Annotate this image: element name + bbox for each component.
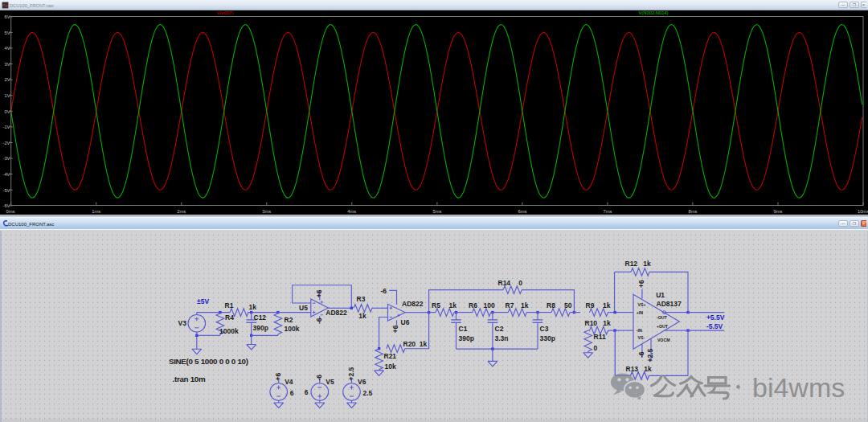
svg-text:1k: 1k [603, 301, 611, 309]
svg-text:R9: R9 [586, 301, 595, 309]
svg-text:-6: -6 [381, 287, 387, 295]
svg-text:7ms: 7ms [603, 209, 612, 214]
svg-text:R10 1k: R10 1k [585, 319, 611, 327]
svg-text:R2: R2 [285, 316, 293, 324]
svg-text:100: 100 [484, 301, 495, 309]
svg-text:4ms: 4ms [347, 209, 356, 214]
svg-text:.tran 10m: .tran 10m [173, 375, 206, 383]
svg-text:R6: R6 [469, 301, 477, 309]
svg-text:2.5: 2.5 [363, 389, 373, 397]
svg-text:390p: 390p [459, 334, 474, 342]
svg-text:R21: R21 [384, 352, 397, 360]
svg-text:R4: R4 [225, 313, 234, 322]
svg-text:+6: +6 [315, 289, 323, 297]
svg-text:6: 6 [290, 389, 294, 397]
svg-text:-1V: -1V [2, 125, 10, 129]
svg-text:V4: V4 [285, 378, 293, 386]
svg-text:+2.5: +2.5 [646, 348, 654, 362]
svg-text:+6: +6 [637, 280, 645, 288]
svg-text:9ms: 9ms [774, 209, 783, 214]
svg-text:bi4wms: bi4wms [752, 372, 845, 403]
svg-text:+2.5: +2.5 [347, 367, 355, 380]
svg-text:2ms: 2ms [177, 209, 186, 214]
svg-text:C2: C2 [495, 325, 504, 333]
svg-text:V5: V5 [326, 378, 334, 386]
svg-text:1k: 1k [358, 312, 366, 320]
svg-text:330p: 330p [540, 334, 555, 342]
svg-text:R14: R14 [498, 279, 511, 287]
svg-text:-6: -6 [315, 375, 323, 381]
svg-text:6V: 6V [4, 14, 10, 19]
svg-text:-5V: -5V [2, 188, 10, 193]
svg-text:0ms: 0ms [6, 209, 15, 214]
svg-text:R20 1k: R20 1k [403, 340, 428, 348]
svg-text:2V: 2V [4, 77, 10, 82]
svg-text:6ms: 6ms [518, 209, 526, 214]
svg-text:±5V: ±5V [197, 297, 209, 305]
svg-text:3ms: 3ms [262, 209, 271, 214]
svg-text:VS+: VS+ [638, 302, 646, 307]
svg-text:-4V: -4V [2, 172, 10, 177]
svg-text:C12: C12 [254, 313, 267, 322]
svg-text:1k: 1k [249, 303, 257, 311]
svg-text:1V: 1V [4, 93, 10, 98]
svg-text:-6V: -6V [2, 203, 10, 208]
svg-text:U1: U1 [656, 291, 665, 299]
svg-text:V(n007): V(n007) [217, 10, 234, 15]
svg-text:3V: 3V [4, 62, 10, 67]
svg-text:100k: 100k [285, 325, 300, 333]
svg-text:-IN: -IN [637, 328, 642, 333]
svg-text:-5.5V: -5.5V [706, 322, 723, 330]
svg-text:10k: 10k [385, 363, 396, 371]
svg-text:8ms: 8ms [688, 209, 697, 214]
svg-text:5ms: 5ms [432, 209, 441, 214]
svg-text:V3: V3 [178, 319, 187, 327]
svg-text:0: 0 [594, 344, 598, 352]
svg-text:-2V: -2V [2, 141, 10, 145]
svg-text:R11: R11 [594, 333, 606, 341]
svg-text:1000k: 1000k [219, 327, 239, 335]
svg-text:4V: 4V [4, 46, 10, 51]
svg-text:+6: +6 [274, 373, 282, 381]
svg-text:50: 50 [564, 301, 572, 309]
svg-text:AD8137: AD8137 [657, 300, 682, 308]
svg-text:1k: 1k [449, 301, 457, 309]
svg-text:1k: 1k [521, 301, 529, 309]
svg-text:+5.5V: +5.5V [706, 313, 725, 322]
svg-text:1ms: 1ms [92, 209, 100, 214]
svg-text:0: 0 [518, 279, 522, 287]
svg-text:R8: R8 [547, 301, 555, 309]
svg-text:SINE(0 5 1000 0 0 0 10): SINE(0 5 1000 0 0 0 10) [169, 357, 248, 366]
svg-text:AD822: AD822 [402, 300, 424, 308]
svg-text:R13 1k: R13 1k [626, 365, 652, 373]
svg-text:VOCM: VOCM [657, 338, 670, 342]
svg-text:C3: C3 [540, 325, 549, 333]
svg-text:R3: R3 [357, 295, 366, 303]
svg-text:+IN: +IN [637, 310, 643, 315]
svg-text:390p: 390p [253, 324, 268, 332]
svg-text:6: 6 [305, 388, 309, 396]
svg-text:AD822: AD822 [326, 309, 347, 317]
svg-text:0V: 0V [4, 109, 10, 114]
svg-text:V6: V6 [358, 378, 366, 386]
svg-text:R1: R1 [225, 301, 234, 309]
svg-text:-6: -6 [637, 351, 645, 358]
svg-text:V(N002,N014): V(N002,N014) [638, 10, 668, 15]
svg-text:3.3n: 3.3n [495, 334, 509, 342]
svg-text:+6: +6 [391, 325, 399, 333]
svg-text:R12 1k: R12 1k [625, 260, 651, 268]
svg-text:+OUT: +OUT [657, 324, 669, 329]
svg-text:5V: 5V [4, 31, 10, 35]
svg-text:10ms: 10ms [858, 209, 868, 214]
svg-text:-6: -6 [315, 318, 323, 324]
svg-text:U6: U6 [401, 318, 410, 326]
svg-text:R7: R7 [506, 301, 514, 309]
svg-text:R5: R5 [432, 301, 440, 309]
svg-text:VS-: VS- [638, 335, 645, 340]
svg-text:C1: C1 [459, 325, 468, 333]
svg-text:U5: U5 [299, 304, 308, 312]
svg-text:-3V: -3V [2, 156, 10, 161]
svg-text:-OUT: -OUT [657, 315, 668, 320]
